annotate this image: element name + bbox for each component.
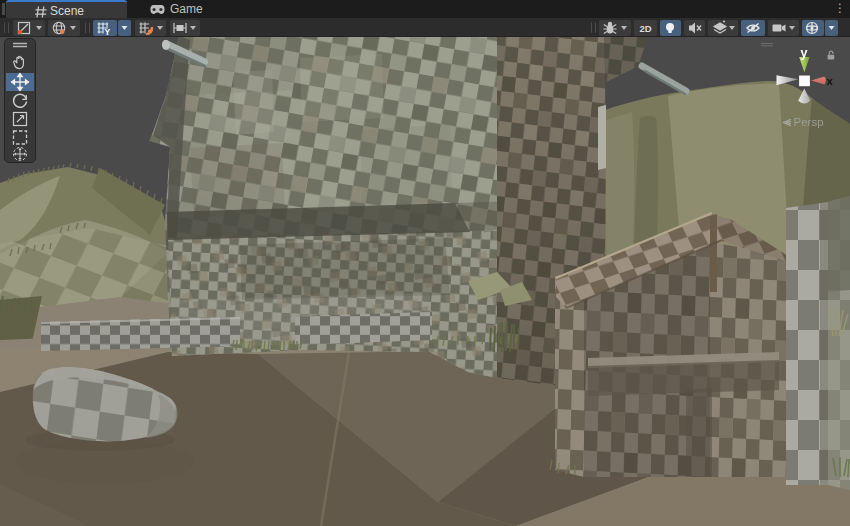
svg-text:y: y — [801, 46, 808, 60]
svg-text:Y: Y — [105, 27, 111, 37]
svg-text:2D: 2D — [639, 23, 651, 34]
svg-text:x: x — [827, 75, 834, 87]
svg-text:Persp: Persp — [794, 116, 824, 128]
